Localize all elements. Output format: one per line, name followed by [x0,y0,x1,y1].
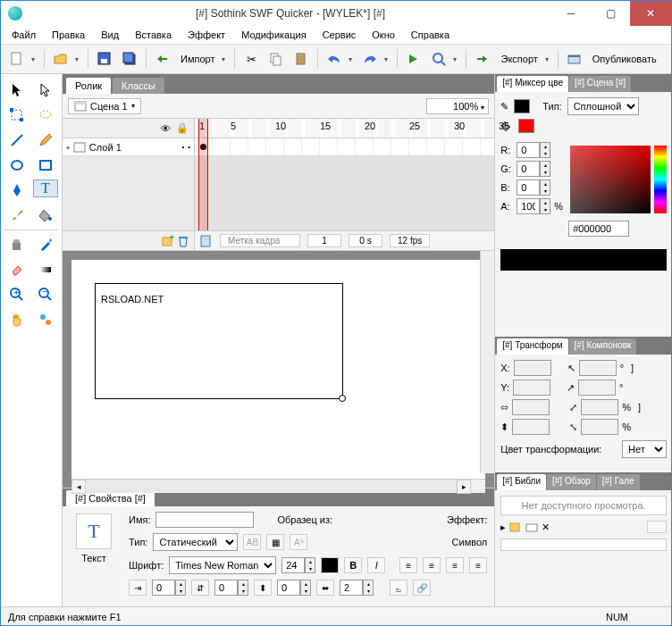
r-input[interactable]: ▴▾ [517,142,550,158]
subselect-tool[interactable] [33,79,58,101]
new-button[interactable] [6,48,28,70]
undo-dropdown[interactable]: ▾ [349,55,356,63]
menu-edit[interactable]: Правка [45,28,92,42]
a-input[interactable]: ▴▾ [517,198,550,214]
library-list[interactable] [500,538,667,551]
export-dropdown[interactable]: ▾ [545,55,552,63]
transform-tab[interactable]: [#] Трансформ [497,338,567,355]
menu-service[interactable]: Сервис [315,28,364,42]
export-button[interactable]: Экспорт [497,54,541,64]
save-all-button[interactable] [119,48,140,70]
hand-tool[interactable] [4,309,29,330]
open-dropdown[interactable]: ▾ [75,55,82,63]
open-button[interactable] [50,48,71,70]
free-transform-tool[interactable] [4,104,29,126]
import-button[interactable]: Импорт [177,54,218,64]
lib-play[interactable]: ▸ [500,522,506,533]
minimize-button[interactable]: ─ [551,1,591,26]
lock-icon[interactable]: 🔒 [176,122,189,134]
btn-a2[interactable]: ▦ [266,534,284,550]
layout-tab[interactable]: [#] Компоновк [569,338,637,355]
preview-button[interactable] [428,48,449,70]
spin-2[interactable]: ▴▾ [214,580,248,596]
x-input[interactable] [514,360,551,376]
menu-insert[interactable]: Вставка [128,28,179,42]
g-input[interactable]: ▴▾ [517,161,550,177]
eraser-tool[interactable] [4,259,29,280]
text-tool[interactable]: T [33,179,58,197]
playhead[interactable] [198,119,208,230]
effects-tool[interactable] [33,309,58,330]
publish-button[interactable]: Опубликовать [589,54,660,64]
stroke-swatch[interactable] [514,99,530,113]
color-transform-select[interactable]: Нет [622,440,667,458]
align-center[interactable]: ≡ [423,557,441,573]
skew-input[interactable] [578,380,616,396]
frames-area[interactable]: 1 5 10 15 20 25 30 35 Метка кадра 1 0 s [195,119,494,250]
mixer-tab[interactable]: [#] Миксер цве [497,76,568,92]
play-button[interactable] [403,48,424,70]
pen-tool[interactable] [4,179,29,201]
align-left[interactable]: ≡ [399,557,417,573]
export-icon[interactable] [472,48,493,70]
import-icon[interactable] [152,48,173,70]
delete-layer-button[interactable] [178,235,189,247]
onion-skin-button[interactable] [200,235,213,247]
copy-button[interactable] [265,48,287,70]
browse-tab[interactable]: [#] Обзор [547,474,596,490]
menu-file[interactable]: Файл [4,28,43,42]
hex-input[interactable] [568,221,629,237]
color-picker-area[interactable] [570,146,651,213]
gallery-tab[interactable]: [#] Гале [597,474,640,490]
vertical-scrollbar[interactable] [480,251,494,473]
bold-button[interactable]: B [344,557,362,573]
resize-handle[interactable] [339,395,346,402]
color-swatch[interactable] [321,557,339,573]
menu-modify[interactable]: Модификация [234,28,314,42]
italic-button[interactable]: I [367,557,385,573]
name-input[interactable] [155,512,254,528]
zoom-out-tool[interactable]: − [33,284,58,305]
maximize-button[interactable]: ▢ [591,1,630,26]
eyedropper-tool[interactable] [33,234,58,255]
horizontal-scrollbar[interactable]: ◂ ▸ [71,479,485,493]
font-select[interactable]: Times New Roman [169,556,276,574]
b-input[interactable]: ▴▾ [517,179,550,196]
fill-type-select[interactable]: Сплошной [567,97,639,115]
frame-label-field[interactable]: Метка кадра [220,234,300,247]
paint-bucket-tool[interactable] [33,204,58,226]
fill-swatch[interactable] [518,119,534,133]
hue-slider[interactable] [654,146,667,213]
lasso-tool[interactable] [33,104,58,126]
rot-input[interactable] [579,360,617,376]
selection-tool[interactable] [4,79,29,101]
visibility-icon[interactable]: 👁 [161,123,171,134]
new-dropdown[interactable]: ▾ [31,55,38,63]
line-tool[interactable] [4,129,29,151]
lib-new-folder[interactable] [525,522,538,532]
spin-4[interactable]: ▴▾ [340,580,374,596]
extra-btn-1[interactable]: ⎁ [390,580,407,596]
zoom-selector[interactable]: 100% ▾ [426,98,489,114]
align-right[interactable]: ≡ [446,557,464,573]
redo-button[interactable] [359,48,381,70]
scroll-left[interactable]: ◂ [71,480,86,494]
stage[interactable]: RSLOAD.NET [71,260,485,479]
timeline-ruler[interactable]: 1 5 10 15 20 25 30 35 [195,119,494,138]
h-input[interactable] [512,419,550,435]
close-button[interactable]: ✕ [630,1,671,26]
oval-tool[interactable] [4,154,29,176]
redo-dropdown[interactable]: ▾ [384,55,391,63]
menu-help[interactable]: Справка [404,28,457,42]
pencil-tool[interactable] [33,129,58,151]
menu-window[interactable]: Окно [365,28,402,42]
text-object[interactable]: RSLOAD.NET [95,283,343,399]
extra-btn-2[interactable]: 🔗 [413,580,431,596]
scene-tab[interactable]: [#] Сцена [#] [569,76,631,92]
btn-a3[interactable]: Aᵇ [290,534,307,550]
gradient-tool[interactable] [33,259,58,280]
add-layer-button[interactable]: + [162,235,174,247]
menu-effect[interactable]: Эффект [181,28,232,42]
btn-a1[interactable]: AB [243,534,261,550]
ink-bottle-tool[interactable] [4,234,29,255]
